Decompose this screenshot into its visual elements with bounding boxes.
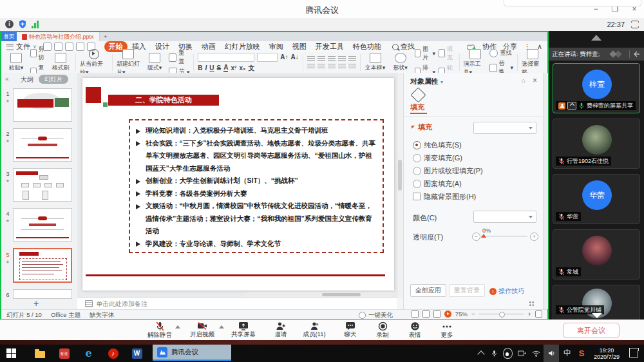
- layout-button[interactable]: 版式▾: [144, 53, 166, 72]
- find-button[interactable]: 查找: [489, 49, 513, 57]
- collapse-panel-button[interactable]: «: [5, 75, 9, 82]
- participant-tile-4[interactable]: 常城: [553, 229, 640, 280]
- slide-thumbnail-5-selected[interactable]: [13, 248, 72, 283]
- tab-special-features[interactable]: 特色功能: [348, 41, 386, 52]
- tray-wifi-icon[interactable]: [531, 345, 541, 362]
- tab-developer[interactable]: 开发工具: [311, 41, 348, 52]
- participant-tile-1[interactable]: 梓萱 费梓萱的屏幕共享: [553, 63, 640, 113]
- indent-increase-icon[interactable]: [338, 56, 346, 62]
- video-options-caret[interactable]: [219, 325, 224, 329]
- shape-button[interactable]: 形状▾: [390, 53, 412, 72]
- pin-panel-icon[interactable]: ⌂: [522, 77, 526, 84]
- scroll-down-arrow[interactable]: [592, 313, 602, 318]
- slide-content-box[interactable]: 理论知识培训：入党积极分子培训班、马克思主义骨干培训班 社会实践：“三下乡”社会…: [129, 119, 384, 253]
- word-button[interactable]: W: [131, 347, 143, 359]
- strikethrough-button[interactable]: S: [217, 64, 222, 71]
- gradient-fill-radio[interactable]: [413, 154, 421, 162]
- taskbar-clock[interactable]: 19:20 2020/7/29: [590, 345, 623, 362]
- meeting-info-icon[interactable]: i: [5, 20, 14, 28]
- return-arrow-icon[interactable]: [632, 50, 641, 58]
- network-security-shield-icon[interactable]: [19, 20, 26, 28]
- participant-tile-2[interactable]: 行管1902石佳悦: [553, 119, 640, 169]
- youdao-dict-button[interactable]: 有道: [58, 347, 70, 359]
- record-button[interactable]: 录制: [366, 321, 399, 339]
- font-size-select[interactable]: [257, 53, 278, 62]
- slide-thumbnail-3[interactable]: [13, 168, 72, 202]
- align-center-icon[interactable]: [317, 64, 325, 70]
- slide-canvas[interactable]: 二、学院特色活动 理论知识培训：入党积极分子培训班、马克思主义骨干培训班 社会实…: [82, 78, 394, 291]
- slide-thumbnail-4[interactable]: [13, 208, 72, 242]
- print-icon[interactable]: [54, 43, 62, 51]
- file-explorer-button[interactable]: [33, 347, 46, 359]
- indent-decrease-icon[interactable]: [328, 56, 336, 62]
- normal-view-icon[interactable]: [412, 310, 419, 318]
- tray-mic-icon[interactable]: [489, 345, 498, 362]
- tray-audio-icon[interactable]: [544, 345, 559, 362]
- slide-sorter-icon[interactable]: [422, 310, 430, 318]
- paste-button[interactable]: 粘贴▾: [5, 53, 27, 72]
- tray-qq-icon[interactable]: [502, 345, 513, 362]
- reset-button[interactable]: 重置: [169, 49, 190, 66]
- sogou-input-icon[interactable]: S: [576, 345, 587, 362]
- section-expand-icon[interactable]: [412, 126, 415, 129]
- tab-slideshow[interactable]: 幻灯片放映: [220, 41, 265, 52]
- chat-button[interactable]: 聊天: [334, 321, 367, 339]
- ime-indicator[interactable]: 中: [562, 345, 573, 362]
- slideshow-play-icon[interactable]: [444, 310, 451, 318]
- action-center-icon[interactable]: [629, 345, 639, 362]
- reset-background-button[interactable]: 重置背景: [449, 284, 485, 297]
- bold-button[interactable]: B: [198, 64, 202, 71]
- add-slide-button[interactable]: +: [33, 298, 39, 309]
- collapse-panel-arrow[interactable]: [591, 35, 601, 41]
- reading-view-icon[interactable]: [433, 310, 440, 318]
- transparency-minus[interactable]: −: [472, 233, 480, 241]
- netease-music-button[interactable]: ♪: [107, 347, 119, 359]
- slide-thumbnail-2[interactable]: [13, 128, 72, 162]
- fill-tab[interactable]: 填充: [410, 102, 424, 112]
- pattern-fill-radio[interactable]: [413, 180, 421, 188]
- fullscreen-toggle-icon[interactable]: [631, 21, 639, 28]
- color-dropdown[interactable]: [473, 211, 536, 223]
- invite-button[interactable]: 邀请: [264, 321, 298, 339]
- missing-fonts-indicator[interactable]: 缺失字体: [90, 311, 114, 319]
- fit-slide-icon[interactable]: [535, 310, 542, 318]
- notes-bar[interactable]: 单击此处添加备注: [77, 298, 397, 309]
- bullet-list-icon[interactable]: [307, 56, 315, 62]
- superscript-button[interactable]: x²: [231, 64, 236, 71]
- decrease-font-icon[interactable]: A↓: [291, 53, 299, 61]
- slides-tab[interactable]: 幻灯片: [39, 75, 68, 84]
- participant-tile-3[interactable]: 华蕾 华蕾: [553, 174, 640, 224]
- outline-tab[interactable]: 大纲: [21, 75, 33, 84]
- zoom-in-button[interactable]: +: [527, 310, 531, 318]
- number-list-icon[interactable]: [317, 56, 325, 62]
- tab-view[interactable]: 视图: [288, 41, 311, 52]
- find-tab[interactable]: 查找: [392, 42, 415, 52]
- leave-meeting-button[interactable]: 离开会议: [563, 323, 620, 338]
- horizontal-scrollbar[interactable]: [245, 292, 393, 297]
- unmute-button[interactable]: 解除静音: [143, 321, 176, 339]
- vertical-scrollbar[interactable]: [397, 73, 402, 298]
- zoom-out-button[interactable]: −: [471, 310, 475, 318]
- font-name-select[interactable]: [198, 53, 254, 62]
- line-spacing-icon[interactable]: [348, 56, 356, 62]
- share-screen-button[interactable]: 共享屏幕: [227, 321, 260, 339]
- transparency-slider-marker[interactable]: [481, 234, 486, 238]
- solid-fill-radio[interactable]: [413, 141, 421, 149]
- close-panel-icon[interactable]: ×: [533, 76, 537, 85]
- panel-switcher-icon[interactable]: [529, 301, 535, 307]
- new-document-tab-button[interactable]: +: [100, 32, 111, 41]
- tab-review[interactable]: 审阅: [265, 41, 288, 52]
- signal-strength-icon[interactable]: [32, 21, 39, 28]
- wps-logo[interactable]: 首页: [1, 32, 17, 41]
- transparency-slider[interactable]: [481, 236, 527, 236]
- slide-thumbnail-6[interactable]: [13, 289, 72, 299]
- font-color-button[interactable]: A: [223, 64, 228, 72]
- edge-browser-button[interactable]: e: [82, 347, 95, 359]
- taskbar-active-app[interactable]: 腾讯会议: [153, 345, 231, 361]
- picture-button[interactable]: 图片▾: [415, 45, 436, 62]
- hide-background-checkbox[interactable]: [413, 193, 421, 200]
- highlight-button[interactable]: 文: [248, 64, 254, 73]
- align-left-icon[interactable]: [307, 64, 315, 70]
- picture-fill-radio[interactable]: [413, 167, 421, 175]
- tips-link[interactable]: i操作技巧: [489, 287, 524, 296]
